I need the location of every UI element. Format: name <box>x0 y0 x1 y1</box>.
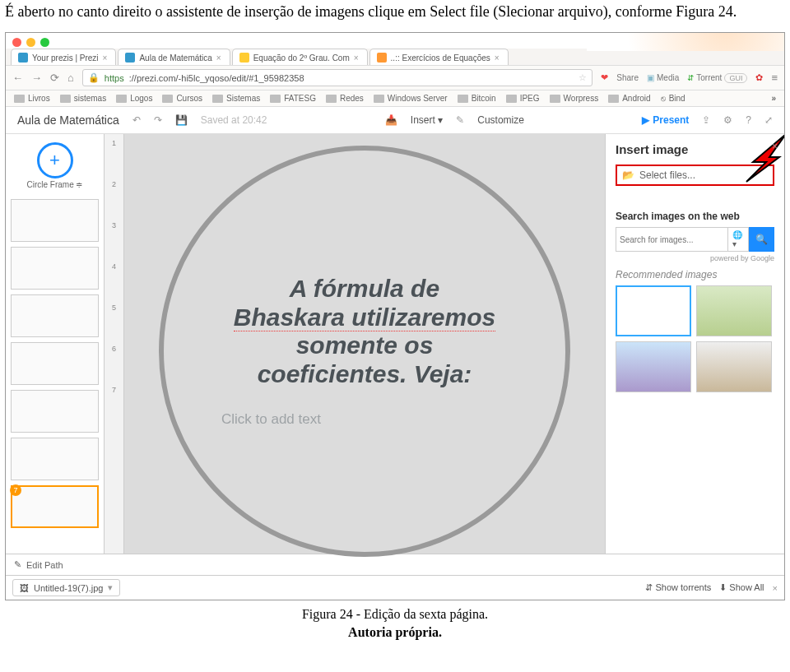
torrent-button[interactable]: ⇵TorrentGUI <box>687 73 747 83</box>
extension-icon[interactable]: ✿ <box>755 72 763 83</box>
tab-aula[interactable]: Aula de Matemática× <box>118 49 230 65</box>
thumb-7[interactable]: 7 <box>11 485 99 528</box>
bookmark-wserver[interactable]: Windows Server <box>374 94 448 103</box>
headline-text[interactable]: A fórmula de Bhaskara utilizaremos somen… <box>234 275 495 388</box>
media-button[interactable]: ▣Media <box>647 73 679 82</box>
bookmark-label: Android <box>622 94 650 103</box>
bookmark-worpress[interactable]: Worpress <box>550 94 599 103</box>
thumb-5[interactable] <box>11 390 99 433</box>
folder-icon <box>608 95 619 103</box>
path-num[interactable]: 4 <box>112 262 116 271</box>
recommended-label: Recommended images <box>616 269 774 280</box>
tab-exercicios[interactable]: ..:: Exercícios de Equações× <box>369 49 509 65</box>
saved-status: Saved at 20:42 <box>201 114 267 126</box>
thumb-4[interactable] <box>11 342 99 385</box>
tab-your-prezis[interactable]: Your prezis | Prezi× <box>11 49 116 65</box>
bookmark-label: Cursos <box>176 94 202 103</box>
reload-icon[interactable]: ⟳ <box>50 72 59 84</box>
thumb-1[interactable] <box>11 199 99 242</box>
thumb-2[interactable] <box>11 247 99 290</box>
close-panel-icon[interactable]: × <box>772 141 778 152</box>
share-button[interactable]: Share <box>616 73 639 82</box>
doc-intro: É aberto no canto direito o assistente d… <box>0 0 790 27</box>
prezi-title[interactable]: Aula de Matemática <box>17 114 119 127</box>
bookmark-bitcoin[interactable]: Bitcoin <box>458 94 496 103</box>
close-icon[interactable]: × <box>773 583 778 593</box>
close-window-icon[interactable] <box>12 38 21 47</box>
edit-path-bar[interactable]: ✎ Edit Path <box>6 554 784 575</box>
path-num[interactable]: 3 <box>112 221 116 229</box>
canvas[interactable]: A fórmula de Bhaskara utilizaremos somen… <box>124 134 605 554</box>
exit-icon[interactable]: ⤢ <box>764 114 773 126</box>
minimize-window-icon[interactable] <box>26 38 35 47</box>
show-torrents-button[interactable]: ⇵ Show torrents <box>645 582 711 593</box>
home-icon[interactable]: ⌂ <box>67 72 74 84</box>
close-icon[interactable]: × <box>216 53 221 63</box>
path-num[interactable]: 7 <box>112 386 116 394</box>
language-dropdown[interactable]: 🌐 ▾ <box>728 227 749 252</box>
tab-equacao[interactable]: Equação do 2º Grau. Com× <box>232 49 368 65</box>
help-icon[interactable]: ? <box>746 114 751 126</box>
show-torrents-label: Show torrents <box>655 582 711 592</box>
bookmark-fatesg[interactable]: FATESG <box>270 94 316 103</box>
bookmark-redes[interactable]: Redes <box>326 94 364 103</box>
edit-path-label: Edit Path <box>26 560 63 570</box>
thumb-3[interactable] <box>11 294 99 337</box>
circle-frame-button[interactable]: + <box>37 142 73 178</box>
favicon-icon <box>125 53 135 63</box>
headline-line: somente os <box>296 331 434 359</box>
search-button[interactable]: 🔍 <box>749 227 774 252</box>
back-icon[interactable]: ← <box>12 72 23 84</box>
bookmark-sistemas[interactable]: sistemas <box>60 94 106 103</box>
path-num[interactable]: 5 <box>112 304 116 312</box>
save-icon[interactable]: 💾 <box>175 114 188 126</box>
share-icon[interactable]: ⇪ <box>702 114 710 126</box>
bookmark-android[interactable]: Android <box>608 94 650 103</box>
bookmark-label: FATESG <box>284 94 316 103</box>
thumb-6[interactable] <box>11 438 99 480</box>
zoom-window-icon[interactable] <box>40 38 49 47</box>
close-icon[interactable]: × <box>495 53 500 63</box>
add-text-placeholder[interactable]: Click to add text <box>221 411 321 428</box>
select-files-label: Select files... <box>639 169 695 181</box>
star-icon[interactable]: ☆ <box>579 72 587 83</box>
insert-button[interactable]: Insert ▾ <box>411 114 443 126</box>
menu-icon[interactable]: ≡ <box>771 72 778 84</box>
pinterest-icon[interactable]: ❤ <box>601 72 608 83</box>
bookmark-ipeg[interactable]: IPEG <box>506 94 540 103</box>
customize-button[interactable]: Customize <box>477 114 524 126</box>
folder-icon <box>60 95 71 103</box>
present-button[interactable]: ▶ Present <box>642 114 689 126</box>
recommended-image[interactable] <box>616 341 691 392</box>
bookmark-livros[interactable]: Livros <box>14 94 50 103</box>
circle-frame-label[interactable]: Circle Frame ≑ <box>26 180 82 189</box>
address-bar[interactable]: 🔒 https://prezi.com/-hi5lc_yqoso/edit/#1… <box>82 69 592 86</box>
forward-icon[interactable]: → <box>31 72 42 84</box>
path-num[interactable]: 6 <box>112 345 116 353</box>
recommended-image[interactable] <box>696 285 772 336</box>
browser-tabs: Your prezis | Prezi× Aula de Matemática×… <box>6 49 784 65</box>
redo-icon[interactable]: ↷ <box>154 114 162 126</box>
show-all-button[interactable]: ⬇ Show All <box>719 582 764 593</box>
gear-icon[interactable]: ⚙ <box>723 114 732 126</box>
path-num[interactable]: 2 <box>112 180 116 188</box>
recommended-image[interactable] <box>696 341 772 392</box>
circle-frame-shape[interactable]: A fórmula de Bhaskara utilizaremos somen… <box>159 146 570 557</box>
undo-icon[interactable]: ↶ <box>132 114 141 126</box>
bookmark-bind[interactable]: ⎋Bind <box>661 94 685 103</box>
bookmark-cursos[interactable]: Cursos <box>162 94 202 103</box>
close-icon[interactable]: × <box>103 53 108 63</box>
download-item[interactable]: 🖼 Untitled-19(7).jpg ▾ <box>12 579 120 596</box>
bookmark-sistemas2[interactable]: Sistemas <box>212 94 260 103</box>
insert-icon[interactable]: 📥 <box>385 114 397 126</box>
search-images-input[interactable] <box>616 227 728 252</box>
bookmark-label: Logos <box>130 94 152 103</box>
recommended-image[interactable] <box>616 285 691 336</box>
close-icon[interactable]: × <box>354 53 359 63</box>
chevron-down-icon[interactable]: ▾ <box>108 582 113 593</box>
path-num[interactable]: 1 <box>112 139 116 147</box>
tab-label: Aula de Matemática <box>139 53 211 63</box>
lock-icon: 🔒 <box>88 72 100 83</box>
bookmark-more-icon[interactable]: » <box>771 94 776 103</box>
bookmark-logos[interactable]: Logos <box>116 94 152 103</box>
